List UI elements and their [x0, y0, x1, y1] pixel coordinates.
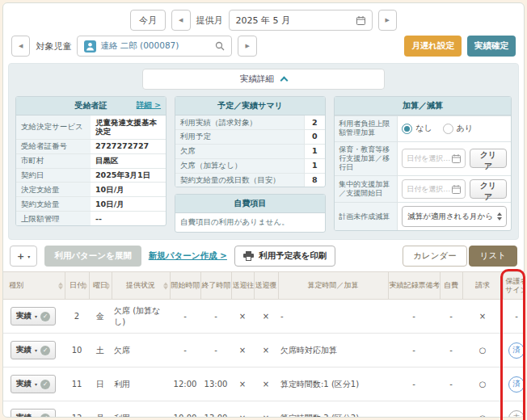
cell-from: ×	[254, 401, 278, 418]
record-type-button[interactable]: 実績▾ ✓	[11, 307, 56, 326]
col-sign[interactable]: 保護者サイン	[503, 272, 525, 300]
sort-icon[interactable]	[58, 282, 63, 289]
caret-down-icon: ▾	[27, 254, 30, 259]
list-view-button[interactable]: リスト	[469, 246, 517, 267]
cell-self: -	[440, 401, 462, 418]
summary-row-label: 利用予定	[175, 129, 304, 144]
select-updown-icon	[497, 212, 502, 220]
check-circle-icon: ✓	[40, 414, 50, 418]
col-to: 送迎往	[231, 272, 254, 300]
guardian-sign-badge[interactable]: 済	[508, 376, 525, 393]
table-row: 実績▾ ✓ 2金欠席 (加算なし)--××---×-	[3, 300, 525, 334]
col-type[interactable]: 種別	[3, 272, 65, 300]
cell-from: ×	[254, 334, 278, 368]
radio-yes[interactable]: あり	[443, 123, 473, 134]
cell-status: 利用	[112, 368, 170, 401]
sort-icon[interactable]	[82, 282, 87, 289]
provision-month-input[interactable]: 2025 年 5 月	[229, 10, 373, 31]
record-type-button[interactable]: 実績▾ ✓	[11, 341, 56, 359]
summary-row-value: 0	[304, 129, 325, 144]
receipt-panel: 受給者証 詳細 > 支給決定サービス 児童発達支援基本決定 受給者証番号 272…	[15, 96, 167, 226]
cell-note: -	[388, 401, 440, 418]
cell-calc: 欠席時対応加算	[278, 334, 388, 368]
cell-end: -	[200, 300, 231, 334]
receipt-row-value: --	[91, 212, 166, 225]
record-type-button[interactable]: 実績▾ ✓	[11, 409, 56, 418]
caret-down-icon: ▾	[35, 415, 37, 418]
late-month-setting-button[interactable]: 月遅れ設定	[404, 36, 462, 57]
self-pay-panel: 自費項目 自費項目の利用がありません。	[175, 194, 326, 233]
cell-calc: -	[278, 300, 388, 334]
radio-none[interactable]: なし	[402, 123, 432, 134]
month-toolbar: 今月 ◀ 提供月 2025 年 5 月 ▶	[3, 10, 524, 31]
expand-pattern-button: 利用パターンを展開	[44, 246, 141, 267]
summary-row: 利用実績（請求対象） 2	[175, 116, 325, 129]
receipt-row: 支給決定サービス 児童発達支援基本決定	[16, 116, 166, 139]
summary-row-value: 1	[304, 144, 325, 158]
this-month-button[interactable]: 今月	[130, 10, 166, 31]
confirm-results-button[interactable]: 実績確定	[467, 36, 516, 57]
receipt-row-value: 10日/月	[91, 197, 166, 212]
sort-icon[interactable]	[524, 282, 525, 289]
summary-row-label: 契約支給量の残日数（目安）	[175, 173, 304, 187]
col-date[interactable]: 日付	[65, 272, 89, 300]
prev-month-button[interactable]: ◀	[171, 10, 190, 31]
calendar-view-button[interactable]: カレンダー	[403, 246, 466, 267]
check-circle-icon: ✓	[40, 346, 50, 355]
cell-self: -	[440, 368, 462, 401]
receipt-row-label: 支給決定サービス	[16, 116, 91, 139]
receipt-row-label: 上限額管理	[16, 212, 91, 225]
guardian-sign-badge[interactable]: 未	[508, 410, 525, 418]
printer-icon	[243, 251, 254, 261]
cell-self: -	[440, 300, 462, 334]
transfer-clear-button[interactable]: クリア	[470, 149, 507, 168]
self-pay-panel-title: 自費項目	[234, 199, 267, 208]
cell-calc: 算定時間数:1 (区分1)	[278, 368, 388, 401]
target-child-label: 対象児童	[36, 40, 71, 52]
sort-icon[interactable]	[105, 282, 110, 289]
check-circle-icon: ✓	[40, 380, 50, 389]
receipt-row-label: 受給者証番号	[16, 139, 91, 153]
search-icon	[215, 41, 225, 51]
self-pay-message: 自費項目の利用がありません。	[175, 213, 325, 232]
plan-deduction-select[interactable]: 減算が適用される月から	[402, 206, 507, 227]
sort-icon[interactable]	[225, 282, 230, 289]
record-type-button[interactable]: 実績▾ ✓	[11, 375, 56, 393]
next-child-button[interactable]: ▶	[238, 36, 256, 57]
add-dropdown-button[interactable]: +▾	[10, 246, 37, 267]
print-schedule-button[interactable]: 利用予定表を印刷	[234, 246, 335, 267]
cell-sign: -	[503, 300, 525, 334]
cell-to: ×	[231, 401, 254, 418]
chevron-right-icon: ▶	[386, 17, 390, 23]
cell-from: ×	[254, 368, 278, 401]
details-toggle-button[interactable]: 実績詳細	[142, 69, 385, 90]
cell-start: -	[170, 300, 200, 334]
sort-icon[interactable]	[163, 282, 168, 289]
summary-row: 欠席（加算なし） 1	[175, 158, 325, 173]
intensive-date-input[interactable]: 日付を選択…	[402, 179, 466, 199]
calendar-icon	[452, 185, 461, 194]
receipt-row: 上限額管理 --	[16, 212, 166, 225]
col-day[interactable]: 曜日	[89, 272, 112, 300]
receipt-row-value: 2025年3月1日	[91, 168, 166, 183]
prev-child-button[interactable]: ◀	[11, 36, 30, 57]
col-start[interactable]: 開始時間	[170, 272, 200, 300]
receipt-row: 決定支給量 10日/月	[16, 183, 166, 197]
col-end[interactable]: 終了時間	[200, 272, 231, 300]
next-month-button[interactable]: ▶	[378, 10, 397, 31]
receipt-row: 契約支給量 10日/月	[16, 197, 166, 212]
summary-row-label: 欠席（加算なし）	[175, 158, 304, 173]
intensive-clear-button[interactable]: クリア	[470, 179, 507, 199]
transfer-date-input[interactable]: 日付を選択…	[402, 149, 466, 168]
plan-not-created-label: 計画未作成減算	[335, 203, 398, 230]
cell-day: 土	[89, 334, 112, 368]
guardian-sign-badge[interactable]: 済	[508, 342, 525, 359]
cell-to: ×	[231, 368, 254, 401]
sort-icon[interactable]	[194, 282, 199, 289]
target-child-input[interactable]: 連絡 二郎 (000087)	[77, 36, 232, 57]
new-pattern-link[interactable]: 新規パターン作成 >	[149, 250, 227, 262]
cell-start: 10:00	[170, 401, 200, 418]
receipt-detail-link[interactable]: 詳細 >	[137, 100, 161, 111]
chevron-up-icon	[280, 77, 289, 85]
col-status[interactable]: 提供状況	[112, 272, 170, 300]
